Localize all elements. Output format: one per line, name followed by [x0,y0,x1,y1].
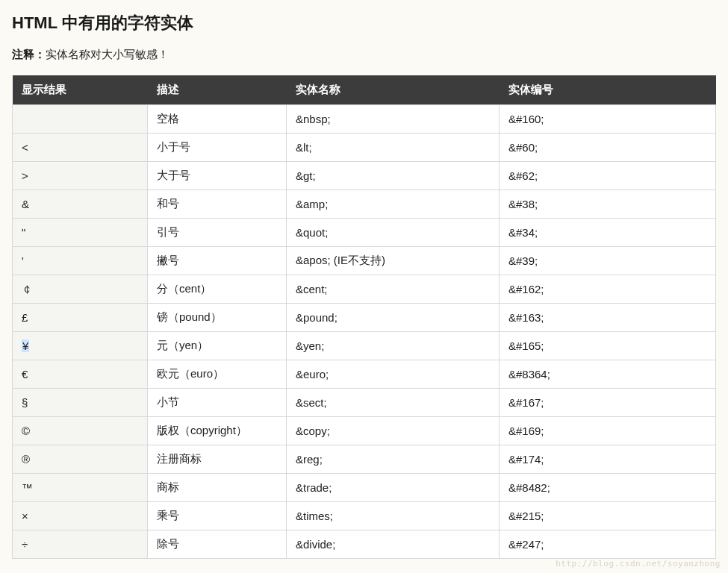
cell-display: © [13,417,148,445]
cell-desc: 除号 [148,530,287,559]
table-row: 空格&nbsp;&#160; [13,105,716,134]
cell-entity-number: &#8364; [500,360,716,389]
cell-entity-number: &#39; [500,247,716,275]
table-row: §小节&sect;&#167; [13,389,716,417]
cell-display: < [13,134,148,162]
cell-display: > [13,162,148,190]
cell-entity-name: &quot; [287,219,500,247]
cell-entity-name: &yen; [287,332,500,360]
table-row: ×乘号&times;&#215; [13,502,716,530]
cell-entity-number: &#174; [500,445,716,474]
cell-display: & [13,190,148,219]
cell-desc: 镑（pound） [148,304,287,332]
cell-entity-number: &#160; [500,105,716,134]
cell-desc: 空格 [148,105,287,134]
cell-desc: 分（cent） [148,275,287,304]
cell-display: " [13,219,148,247]
cell-entity-name: &gt; [287,162,500,190]
cell-entity-number: &#163; [500,304,716,332]
table-row: ￠分（cent）&cent;&#162; [13,275,716,304]
cell-entity-name: &copy; [287,417,500,445]
cell-entity-name: &trade; [287,474,500,502]
entities-table: 显示结果 描述 实体名称 实体编号 空格&nbsp;&#160;<小于号&lt;… [12,75,716,559]
cell-display: € [13,360,148,389]
cell-desc: 和号 [148,190,287,219]
table-row: "引号&quot;&#34; [13,219,716,247]
th-name: 实体名称 [287,75,500,105]
table-row: £镑（pound）&pound;&#163; [13,304,716,332]
table-row: >大于号&gt;&#62; [13,162,716,190]
header-row: 显示结果 描述 实体名称 实体编号 [13,75,716,105]
cell-entity-number: &#165; [500,332,716,360]
cell-entity-number: &#247; [500,530,716,559]
cell-entity-name: &amp; [287,190,500,219]
cell-display: × [13,502,148,530]
cell-entity-name: &lt; [287,134,500,162]
cell-desc: 版权（copyright） [148,417,287,445]
cell-entity-name: &apos; (IE不支持) [287,247,500,275]
th-display: 显示结果 [13,75,148,105]
table-row: '撇号&apos; (IE不支持)&#39; [13,247,716,275]
cell-entity-number: &#60; [500,134,716,162]
note-text: 实体名称对大小写敏感！ [46,48,169,60]
cell-entity-number: &#8482; [500,474,716,502]
cell-display: £ [13,304,148,332]
table-row: ®注册商标&reg;&#174; [13,445,716,474]
cell-desc: 撇号 [148,247,287,275]
highlighted-char: ¥ [22,339,29,352]
watermark-text: http://blog.csdn.net/soyanzhong [556,559,721,569]
table-row: <小于号&lt;&#60; [13,134,716,162]
cell-entity-number: &#34; [500,219,716,247]
cell-display [13,105,148,134]
table-row: ™商标&trade;&#8482; [13,474,716,502]
page-heading: HTML 中有用的字符实体 [12,12,716,34]
cell-entity-number: &#215; [500,502,716,530]
cell-entity-number: &#38; [500,190,716,219]
cell-desc: 欧元（euro） [148,360,287,389]
table-row: ©版权（copyright）&copy;&#169; [13,417,716,445]
cell-display: ￠ [13,275,148,304]
cell-desc: 注册商标 [148,445,287,474]
cell-display: ¥ [13,332,148,360]
cell-desc: 小节 [148,389,287,417]
cell-entity-name: &pound; [287,304,500,332]
table-row: €欧元（euro）&euro;&#8364; [13,360,716,389]
cell-desc: 元（yen） [148,332,287,360]
cell-display: ™ [13,474,148,502]
th-desc: 描述 [148,75,287,105]
cell-display: ® [13,445,148,474]
table-row: ¥元（yen）&yen;&#165; [13,332,716,360]
cell-desc: 引号 [148,219,287,247]
cell-entity-name: &cent; [287,275,500,304]
cell-entity-number: &#167; [500,389,716,417]
cell-entity-number: &#169; [500,417,716,445]
cell-entity-number: &#62; [500,162,716,190]
cell-display: ÷ [13,530,148,559]
cell-desc: 小于号 [148,134,287,162]
cell-entity-name: &nbsp; [287,105,500,134]
cell-entity-name: &times; [287,502,500,530]
note-label: 注释： [12,48,46,60]
cell-entity-name: &euro; [287,360,500,389]
cell-display: § [13,389,148,417]
cell-entity-number: &#162; [500,275,716,304]
th-number: 实体编号 [500,75,716,105]
cell-desc: 大于号 [148,162,287,190]
cell-desc: 商标 [148,474,287,502]
cell-entity-name: &sect; [287,389,500,417]
table-row: ÷除号&divide;&#247; [13,530,716,559]
cell-entity-name: &divide; [287,530,500,559]
table-row: &和号&amp;&#38; [13,190,716,219]
cell-desc: 乘号 [148,502,287,530]
cell-entity-name: &reg; [287,445,500,474]
cell-display: ' [13,247,148,275]
note-line: 注释：实体名称对大小写敏感！ [12,48,716,62]
